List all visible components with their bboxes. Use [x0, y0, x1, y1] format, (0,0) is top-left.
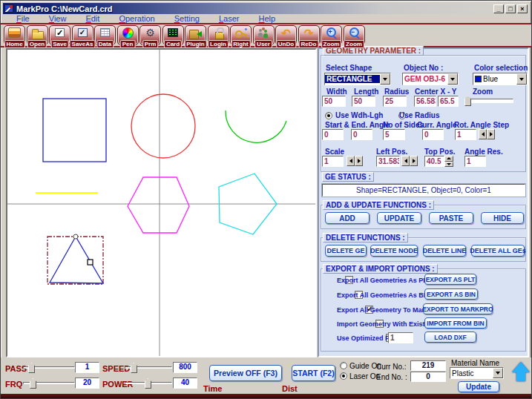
plugin-folder-icon [189, 27, 202, 39]
color-selection-dropdown[interactable]: Blue [473, 73, 528, 85]
toolbar-home-button[interactable]: Home [4, 25, 25, 45]
frq-slider[interactable] [23, 378, 75, 389]
delete-ge-button[interactable]: DELETE GE [325, 245, 367, 257]
toolbar-redo-button[interactable]: ↷ ReDo [298, 25, 320, 45]
rot-angle-step-label: Rot. Angle Step [454, 121, 509, 129]
delete-all-ges-button[interactable]: DELETE ALL GEs [471, 245, 525, 257]
selection-box[interactable] [47, 237, 103, 284]
radius-field[interactable]: 25 [383, 96, 407, 107]
login-lock-icon [212, 27, 225, 39]
drawing-canvas[interactable] [6, 48, 317, 357]
export-to-markpro-button[interactable]: EXPORT TO MARKPRO [423, 303, 493, 314]
optimized-path-field[interactable]: 1 [388, 332, 413, 343]
toolbar-zoomout-button[interactable]: − Zoom [344, 25, 365, 45]
speed-slider[interactable] [125, 363, 172, 373]
update-material-button[interactable]: Update [458, 381, 499, 392]
scale-field[interactable]: 1 [322, 156, 344, 167]
left-pos-field[interactable]: 31.583 [376, 156, 400, 167]
add-update-title: ADD & UPDATE FUNCTIONS : [323, 200, 434, 210]
square-shape[interactable] [43, 99, 106, 162]
paste-button[interactable]: PASTE [429, 212, 473, 224]
material-dropdown[interactable]: Plastic [450, 367, 504, 379]
rot-angle-step-field[interactable]: 1 [455, 129, 476, 140]
vertex-marker[interactable] [73, 234, 78, 239]
hexagon-shape[interactable] [128, 177, 189, 233]
pass-slider[interactable] [23, 363, 75, 373]
power-slider[interactable] [125, 378, 172, 389]
object-no-dropdown[interactable]: GEM OBJ-6 [402, 73, 459, 85]
chevron-down-icon[interactable] [380, 73, 390, 85]
import-from-bin-button[interactable]: IMPORT FROM BIN [424, 317, 487, 329]
use-wdh-lgh-radio[interactable] [325, 112, 332, 119]
update-button[interactable]: UPDATE [377, 212, 421, 224]
chevron-down-icon[interactable] [493, 368, 503, 378]
zoom-out-icon: − [348, 27, 361, 39]
toolbar-prm-button[interactable]: ⚙ Prm [139, 25, 161, 45]
laser-on-radio[interactable] [340, 372, 347, 380]
center-x-field[interactable]: 56.583 [414, 96, 436, 107]
circle-shape[interactable] [131, 94, 195, 158]
toolbar-zoomin-button[interactable]: + Zoom [321, 25, 342, 45]
curr-no-value[interactable]: 219 [410, 360, 446, 371]
length-field[interactable]: 50 [352, 96, 375, 107]
curr-angle-field[interactable]: 0 [422, 129, 444, 140]
end-no-value[interactable]: 0 [410, 372, 446, 382]
center-y-field[interactable]: 65.5 [438, 96, 459, 107]
toolbar-saveas-button[interactable]: ✓ SaveAs [72, 25, 93, 45]
add-button[interactable]: ADD [325, 212, 370, 224]
export-as-plt-button[interactable]: EXPORT AS PLT [424, 274, 476, 285]
toolbar-card-button[interactable]: Card [162, 25, 184, 45]
left-pos-increment-button[interactable] [410, 156, 418, 166]
edge-handle[interactable] [88, 260, 93, 265]
toolbar-right-button[interactable]: • Right [230, 25, 252, 45]
toolbar-undo-button[interactable]: ↶ UnDo [275, 25, 297, 45]
guide-on-radio[interactable] [340, 362, 347, 369]
maximize-button[interactable]: □ [505, 4, 516, 13]
minimize-button[interactable]: _ [493, 4, 504, 13]
start-angle-field[interactable]: 0 [322, 129, 344, 140]
scale-increment-button[interactable] [355, 156, 363, 166]
power-value[interactable]: 40 [173, 377, 197, 389]
select-shape-dropdown[interactable]: RECTANGLE [324, 73, 391, 85]
pass-value[interactable]: 1 [75, 362, 99, 373]
no-of-sides-field[interactable]: 5 [383, 129, 405, 140]
triangle-shape[interactable] [50, 237, 103, 283]
toolbar-user-button[interactable]: User [253, 25, 275, 45]
preview-button[interactable]: Preview OFF (F3) [209, 365, 282, 381]
load-dxf-button[interactable]: LOAD DXF [424, 332, 476, 343]
zoom-slider[interactable] [464, 96, 513, 106]
top-pos-increment-button[interactable] [444, 156, 453, 162]
users-icon [257, 27, 270, 39]
delete-node-button[interactable]: DELETE NODE [370, 245, 418, 257]
start-button[interactable]: START (F2) [292, 365, 335, 381]
top-pos-field[interactable]: 40.5 [424, 156, 444, 167]
hide-button[interactable]: HIDE [481, 212, 524, 224]
angle-res-field[interactable]: 1 [464, 156, 486, 167]
step-increment-button[interactable] [487, 129, 495, 139]
toolbar-plugin-button[interactable]: Plugin [185, 25, 206, 45]
up-arrow-icon[interactable] [512, 362, 530, 382]
bottom-strip [1, 394, 532, 399]
geometry-parameter-panel: GEOMETRY PARAMETER : Select Shape RECTAN… [318, 47, 529, 357]
rights-key-icon: • [234, 27, 247, 39]
width-field[interactable]: 50 [322, 96, 346, 107]
end-angle-field[interactable]: 0 [351, 129, 372, 140]
speed-value[interactable]: 800 [173, 362, 197, 373]
toolbar-open-button[interactable]: Open [27, 25, 48, 45]
chevron-down-icon[interactable] [516, 73, 527, 85]
export-as-bin-button[interactable]: EXPORT AS BIN [424, 288, 478, 300]
left-pos-decrement-button[interactable] [401, 156, 410, 166]
zoom-label: Zoom [473, 88, 493, 96]
frq-value[interactable]: 20 [75, 377, 99, 389]
arc-shape[interactable] [226, 111, 286, 142]
toolbar-pen-button[interactable]: Pen [117, 25, 139, 45]
close-button[interactable]: × [517, 4, 528, 13]
toolbar-data-button[interactable]: Data [94, 25, 116, 45]
toolbar-save-button[interactable]: ✓ Save [49, 25, 70, 45]
delete-line-button[interactable]: DELETE LINE [423, 245, 466, 257]
scale-decrement-button[interactable] [347, 156, 355, 166]
toolbar-login-button[interactable]: Login [208, 25, 229, 45]
top-pos-decrement-button[interactable] [444, 162, 453, 168]
chevron-down-icon[interactable] [447, 73, 458, 85]
step-decrement-button[interactable] [479, 129, 487, 139]
